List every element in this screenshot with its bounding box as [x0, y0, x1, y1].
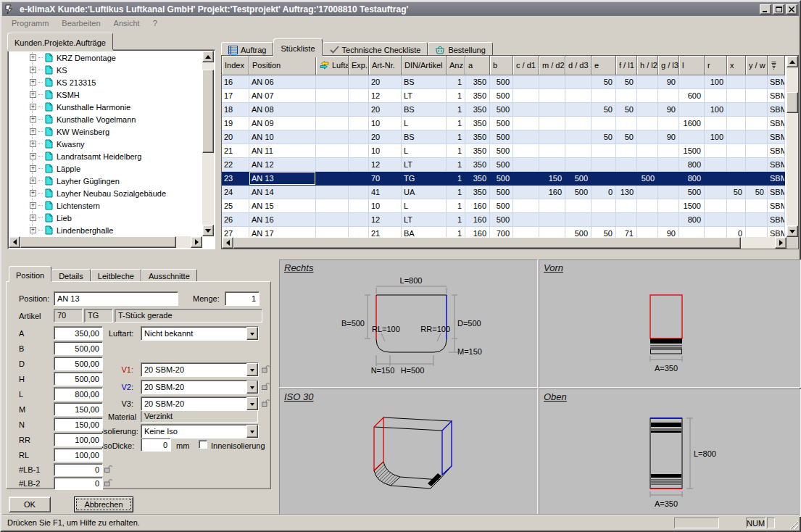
- position-input[interactable]: [54, 291, 178, 306]
- scroll-right-button[interactable]: [191, 236, 202, 248]
- table-cell[interactable]: 1: [447, 89, 465, 103]
- table-cell[interactable]: [513, 144, 539, 158]
- table-cell[interactable]: 1: [447, 75, 465, 89]
- table-cell[interactable]: [746, 213, 768, 227]
- table-cell[interactable]: [513, 213, 539, 227]
- dropdown-arrow-icon[interactable]: [246, 327, 258, 340]
- table-cell[interactable]: AN 07: [249, 89, 316, 103]
- table-cell[interactable]: 160: [465, 199, 490, 213]
- table-cell[interactable]: 500: [565, 186, 592, 199]
- table-row[interactable]: 21AN 1110L13505001500SBM: [222, 144, 785, 158]
- scrollbar-thumb[interactable]: [202, 70, 214, 153]
- column-header-g-l3[interactable]: g / l3: [658, 56, 679, 75]
- table-cell[interactable]: 50: [616, 103, 637, 117]
- table-cell[interactable]: [705, 227, 727, 237]
- table-cell[interactable]: [705, 186, 727, 199]
- column-header-e[interactable]: e: [592, 56, 616, 75]
- table-cell[interactable]: [316, 130, 349, 144]
- scroll-left-button[interactable]: [222, 237, 233, 249]
- table-cell[interactable]: 160: [465, 213, 490, 227]
- table-cell[interactable]: SBM: [768, 89, 785, 103]
- tree-horizontal-scrollbar[interactable]: [9, 236, 202, 248]
- expand-icon[interactable]: +: [30, 153, 36, 159]
- minimize-button[interactable]: [760, 4, 771, 14]
- dim-input-n[interactable]: [54, 417, 103, 431]
- table-cell[interactable]: [565, 130, 592, 144]
- table-cell[interactable]: BA: [402, 227, 447, 237]
- table-cell[interactable]: UA: [402, 186, 447, 199]
- scroll-left-button[interactable]: [9, 236, 20, 248]
- column-header-b[interactable]: b: [490, 56, 513, 75]
- expand-icon[interactable]: +: [30, 116, 36, 122]
- expand-icon[interactable]: +: [30, 202, 36, 209]
- expand-icon[interactable]: +: [30, 79, 36, 86]
- tree-item[interactable]: +KRZ Demontage: [9, 51, 201, 64]
- table-cell[interactable]: 160: [539, 186, 565, 199]
- table-cell[interactable]: [616, 89, 637, 103]
- table-cell[interactable]: 20: [369, 75, 402, 89]
- dim-input-b[interactable]: [54, 341, 103, 355]
- table-cell[interactable]: 50: [592, 103, 616, 117]
- table-cell[interactable]: [658, 144, 679, 158]
- table-cell[interactable]: [349, 117, 369, 130]
- table-cell[interactable]: 10: [369, 117, 402, 130]
- tree-item[interactable]: +Kunsthalle Vogelmann: [9, 113, 201, 125]
- table-cell[interactable]: TG: [402, 172, 447, 186]
- table-cell[interactable]: [727, 158, 746, 172]
- table-cell[interactable]: BS: [402, 75, 447, 89]
- table-cell[interactable]: 350: [465, 172, 490, 186]
- table-cell[interactable]: 70: [369, 172, 402, 186]
- table-cell[interactable]: 800: [679, 172, 705, 186]
- table-cell[interactable]: 350: [465, 130, 490, 144]
- table-cell[interactable]: 1: [447, 144, 465, 158]
- table-cell[interactable]: [513, 227, 539, 237]
- dim-input-d[interactable]: [54, 357, 103, 370]
- table-cell[interactable]: LT: [402, 213, 447, 227]
- column-header-position[interactable]: Position: [249, 56, 316, 75]
- table-cell[interactable]: 12: [369, 89, 402, 103]
- table-cell[interactable]: SBM: [768, 117, 785, 130]
- table-cell[interactable]: [565, 158, 592, 172]
- table-cell[interactable]: [705, 213, 727, 227]
- table-cell[interactable]: [513, 199, 539, 213]
- table-cell[interactable]: [592, 172, 616, 186]
- table-cell[interactable]: [679, 75, 705, 89]
- expand-icon[interactable]: +: [30, 54, 36, 61]
- table-cell[interactable]: [637, 186, 658, 199]
- table-cell[interactable]: 800: [679, 213, 705, 227]
- table-cell[interactable]: 350: [465, 89, 490, 103]
- tree-item[interactable]: +Läpple: [9, 162, 201, 175]
- table-cell[interactable]: 1500: [679, 144, 705, 158]
- table-cell[interactable]: 0: [592, 186, 616, 199]
- table-row[interactable]: 23AN 1370TG1350500150500500800SBM: [222, 172, 785, 186]
- column-header-l[interactable]: l: [679, 56, 705, 75]
- table-cell[interactable]: [727, 75, 746, 89]
- table-cell[interactable]: 20: [222, 130, 249, 144]
- table-cell[interactable]: [637, 199, 658, 213]
- table-cell[interactable]: SBM: [768, 227, 785, 237]
- dim-input-a[interactable]: [54, 326, 103, 340]
- table-cell[interactable]: [539, 144, 565, 158]
- scrollbar-thumb[interactable]: [20, 236, 176, 248]
- table-cell[interactable]: [658, 89, 679, 103]
- dropdown-arrow-icon[interactable]: [246, 363, 258, 376]
- table-cell[interactable]: [316, 89, 349, 103]
- column-header-f-l1[interactable]: f / l1: [616, 56, 637, 75]
- table-cell[interactable]: 160: [465, 227, 490, 237]
- table-cell[interactable]: [746, 75, 768, 89]
- lb-input-1[interactable]: [54, 463, 103, 476]
- table-cell[interactable]: [316, 172, 349, 186]
- table-row[interactable]: 20AN 1020BS1350500505090100SBM: [222, 130, 785, 144]
- table-cell[interactable]: [592, 89, 616, 103]
- table-cell[interactable]: L: [402, 199, 447, 213]
- table-cell[interactable]: [349, 103, 369, 117]
- table-cell[interactable]: 800: [679, 158, 705, 172]
- table-cell[interactable]: 24: [222, 186, 249, 199]
- table-cell[interactable]: [565, 103, 592, 117]
- table-cell[interactable]: [679, 103, 705, 117]
- scroll-down-button[interactable]: [787, 225, 798, 237]
- table-cell[interactable]: 19: [222, 117, 249, 130]
- table-cell[interactable]: AN 17: [249, 227, 316, 237]
- table-cell[interactable]: 27: [222, 227, 249, 237]
- isolierung-select[interactable]: Keine Iso: [141, 424, 259, 439]
